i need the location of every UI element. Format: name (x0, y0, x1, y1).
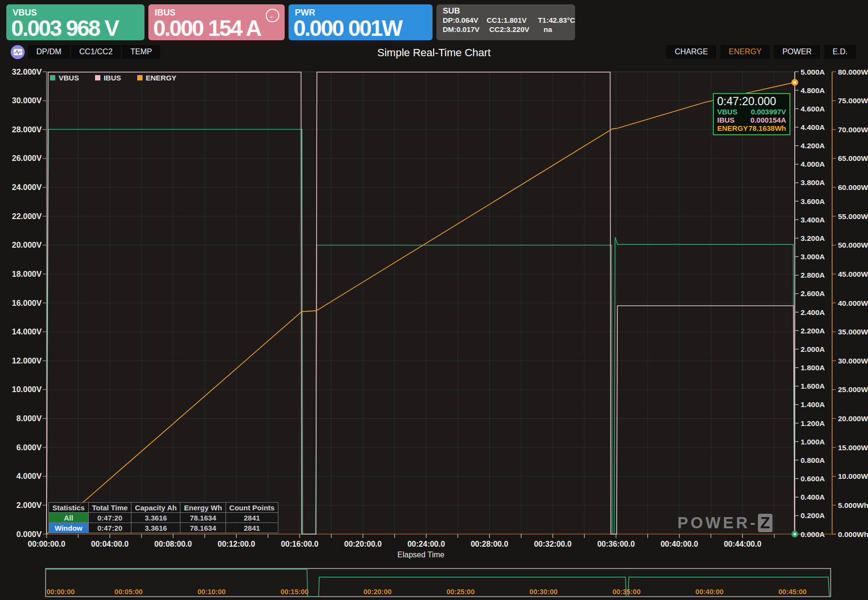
legend-label: ENERGY (146, 74, 177, 82)
navigator-tick-label: 00:10:00 (197, 588, 225, 596)
axis-tick-label: 0.000V (16, 530, 42, 538)
tooltip-series-label: IBUS (717, 116, 735, 124)
axis-tick-label: 75.000Wh (838, 96, 868, 105)
stats-header: Energy Wh (180, 503, 225, 513)
tooltip-series-value: 78.1638Wh (748, 124, 786, 132)
x-axis-tick-label: 00:20:00.0 (344, 540, 382, 548)
axis-tick-label: 3.200A (801, 234, 825, 242)
axis-tick-label: 0.200A (801, 511, 825, 520)
axis-tick-label: 45.000Wh (838, 270, 868, 278)
x-axis-tick-label: 00:08:00.0 (154, 540, 192, 548)
axis-tick-label: 4.400A (801, 123, 825, 131)
axis-tick-label: 0.000Wh (838, 530, 868, 538)
legend-item-energy[interactable]: ENERGY (137, 74, 177, 82)
tab-energy[interactable]: ENERGY (721, 45, 770, 59)
stats-row-label: Window (49, 523, 89, 533)
x-axis-tick-label: 00:28:00.0 (471, 540, 508, 548)
legend-item-ibus[interactable]: IBUS (95, 74, 121, 82)
axis-tick-label: 2.400A (801, 308, 825, 316)
stats-cell: 3.3616 (131, 523, 180, 533)
end-marker-energy (791, 79, 798, 86)
axis-tick-label: 70.000Wh (838, 126, 868, 134)
axis-tick-label: 16.000V (12, 299, 42, 307)
tab-charge[interactable]: CHARGE (666, 45, 716, 59)
axis-tick-label: 1.000A (801, 438, 825, 446)
axis-tick-label: 10.000V (12, 385, 42, 394)
navigator-tick-label: 00:20:00 (364, 588, 392, 596)
axis-tick-label: 35.000Wh (838, 328, 868, 336)
page-title: Simple Real-Time Chart (377, 47, 491, 59)
axis-tick-label: 4.600A (801, 105, 825, 113)
tooltip-series-value: 0.000154A (751, 116, 786, 124)
legend-item-vbus[interactable]: VBUS (50, 74, 79, 82)
axis-tick-label: 65.000Wh (838, 154, 868, 162)
stats-cell: 78.1634 (180, 523, 225, 533)
chart-tooltip: 0:47:20.000 VBUS0.003997VIBUS0.000154AEN… (713, 93, 790, 135)
axis-tick-label: 1.400A (801, 400, 825, 409)
navigator-tick-label: 00:30:00 (530, 588, 558, 596)
vbus-card[interactable]: VBUS 0.003 968 V (6, 4, 145, 40)
axis-tick-label: 2.600A (801, 289, 825, 298)
navigator-tick-label: 00:45:00 (778, 588, 806, 596)
stats-cell: 3.3616 (131, 513, 180, 523)
navigator-tick-label: 00:35:00 (612, 588, 641, 596)
back-arrow-icon[interactable]: ← (266, 9, 279, 22)
sub-value: DM:0.017V (443, 25, 489, 34)
axis-tick-label: 2.200A (801, 327, 825, 335)
axis-tick-label: 0.400A (801, 493, 825, 501)
axis-tick-label: 0.800A (801, 456, 825, 464)
axis-tick-label: 3.400A (801, 216, 825, 224)
axis-tick-label: 1.200A (801, 419, 825, 427)
x-axis-tick-label: 00:24:00.0 (407, 540, 445, 548)
navigator-tick-label: 00:05:00 (114, 588, 143, 596)
axis-tick-label: 1.800A (801, 363, 825, 372)
axis-tick-label: 50.000Wh (838, 241, 868, 249)
stats-cell: 78.1634 (180, 513, 225, 523)
tooltip-row-ibus: IBUS0.000154A (717, 116, 786, 124)
tab-e-d-[interactable]: E.D. (824, 45, 856, 59)
watermark-z-icon: Z (758, 514, 772, 532)
sub-values: DP:0.064VCC1:1.801VT1:42.83°CDM:0.017VCC… (436, 16, 575, 34)
legend-swatch (50, 75, 55, 80)
axis-tick-label: 26.000V (12, 154, 42, 162)
statistics-table: StatisticsTotal TimeCapacity AhEnergy Wh… (48, 502, 278, 533)
pwr-card[interactable]: PWR 0.000 001W (289, 4, 433, 40)
axis-tick-label: 14.000V (12, 327, 42, 336)
axis-tick-label: 4.200A (801, 142, 825, 150)
legend-swatch (137, 75, 143, 80)
tab-power[interactable]: POWER (774, 45, 820, 59)
x-axis-tick-label: 00:32:00.0 (534, 540, 571, 548)
right-tab-group: CHARGEENERGYPOWERE.D. (666, 45, 856, 59)
ibus-card-value: 0.000 154 A (148, 15, 285, 41)
sub-value: T1:42.83°C (538, 16, 575, 25)
axis-tick-label: 32.000V (12, 67, 42, 76)
axis-tick-label: 28.000V (12, 125, 42, 134)
ibus-card[interactable]: IBUS 0.000 154 A ← (148, 4, 285, 40)
navigator-tick-label: 00:40:00 (695, 588, 723, 596)
waveform-icon (14, 49, 22, 55)
legend-label: IBUS (104, 74, 121, 82)
navigator[interactable]: 00:00:0000:05:0000:10:0000:15:0000:20:00… (46, 568, 831, 597)
stats-header: Capacity Ah (131, 503, 180, 513)
stats-row-window[interactable]: Window0:47:203.361678.16342841 (49, 523, 278, 533)
end-marker-vbus (791, 531, 798, 537)
axis-tick-label: 4.000V (16, 472, 42, 480)
chart-app-icon[interactable] (11, 45, 25, 59)
stats-header: Count Points (225, 503, 278, 513)
axis-tick-label: 3.600A (801, 197, 825, 205)
watermark-text: POWER- (677, 514, 758, 532)
tab-temp[interactable]: TEMP (122, 45, 160, 59)
left-tab-group: DP/DMCC1/CC2TEMP (28, 45, 160, 59)
x-axis-tick-label: 00:36:00.0 (597, 540, 635, 548)
axis-tick-label: 1.600A (801, 382, 825, 390)
tab-cc1-cc2[interactable]: CC1/CC2 (71, 45, 121, 59)
stats-header: Statistics (49, 503, 89, 513)
axis-tick-label: 4.800A (801, 86, 825, 95)
tab-dp-dm[interactable]: DP/DM (28, 45, 70, 59)
stats-row-all[interactable]: All0:47:203.361678.16342841 (49, 513, 278, 523)
x-axis-title: Elapsed Time (398, 551, 445, 559)
axis-tick-label: 18.000V (12, 269, 42, 278)
axis-tick-label: 8.000V (16, 414, 42, 423)
chart-legend: VBUSIBUSENERGY (50, 74, 177, 82)
tooltip-time: 0:47:20.000 (717, 95, 786, 108)
